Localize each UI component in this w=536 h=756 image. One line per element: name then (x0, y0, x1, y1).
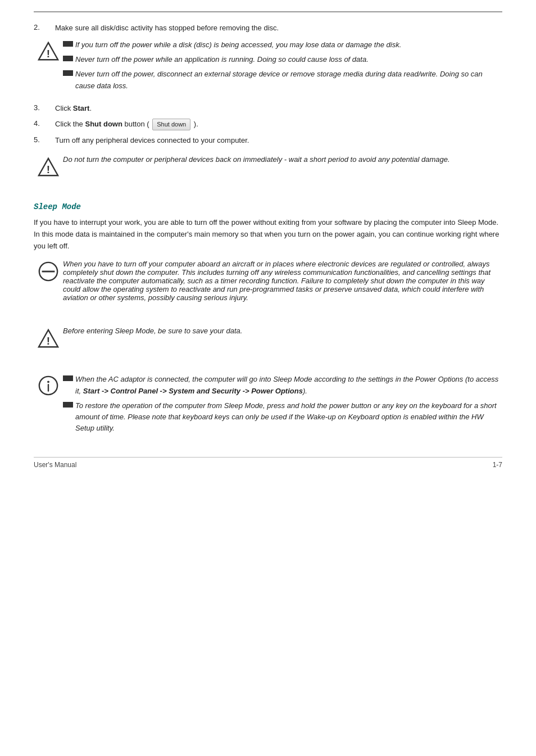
info-bullet-2: To restore the operation of the computer… (63, 400, 502, 434)
step-5-text: Turn off any peripheral devices connecte… (55, 135, 502, 146)
info-bullet-2-text: To restore the operation of the computer… (75, 400, 502, 434)
warning-callout-3: ! Before entering Sleep Mode, be sure to… (34, 327, 502, 349)
no-entry-text-container: When you have to turn off your computer … (63, 260, 502, 302)
shut-down-label: Shut down (85, 120, 122, 128)
sleep-mode-title: Sleep Mode (34, 202, 502, 211)
info-bullets-container: When the AC adaptor is connected, the co… (63, 374, 502, 437)
no-entry-icon-container (34, 260, 63, 282)
no-entry-icon (38, 261, 59, 282)
warning-icon-2: ! (34, 155, 63, 178)
step-4-text: Click the Shut down button ( Shut down )… (55, 119, 502, 130)
warning-callout-1: ! If you turn off the power while a disk… (34, 39, 502, 95)
warning-text-3-container: Before entering Sleep Mode, be sure to s… (63, 327, 502, 335)
divider-3 (34, 357, 502, 368)
numbered-list: 2. Make sure all disk/disc activity has … (34, 22, 502, 34)
page: 2. Make sure all disk/disc activity has … (0, 0, 536, 479)
top-border (34, 11, 502, 12)
warning-icon-3: ! (34, 327, 63, 349)
numbered-list-2: 3. Click Start. 4. Click the Shut down b… (34, 103, 502, 146)
divider-1 (34, 185, 502, 197)
step-4-number: 4. (34, 119, 55, 130)
footer: User's Manual 1-7 (34, 457, 502, 469)
info-bullet-1: When the AC adaptor is connected, the co… (63, 374, 502, 396)
step-2-number: 2. (34, 22, 55, 34)
warning-triangle-icon-3: ! (38, 328, 59, 349)
warning-bullet-1: If you turn off the power while a disk (… (63, 39, 502, 51)
power-options-path: Start -> Control Panel -> System and Sec… (83, 387, 303, 395)
footer-left: User's Manual (34, 461, 76, 469)
info-bullet-1-text: When the AC adaptor is connected, the co… (75, 374, 502, 396)
no-entry-callout: When you have to turn off your computer … (34, 260, 502, 302)
bullet-square-icon (63, 56, 73, 61)
svg-text:!: ! (47, 164, 50, 175)
info-icon-container (34, 374, 63, 396)
warning-text-2: Do not turn the computer or peripheral d… (63, 155, 450, 164)
sleep-mode-para: If you have to interrupt your work, you … (34, 217, 502, 252)
warning-callout-2: ! Do not turn the computer or peripheral… (34, 155, 502, 178)
warning-icon-1: ! (34, 39, 63, 62)
start-label: Start (73, 104, 90, 112)
step-5-number: 5. (34, 135, 55, 146)
step-3-text: Click Start. (55, 103, 502, 114)
step-2-text: Make sure all disk/disc activity has sto… (55, 22, 502, 34)
step-2: 2. Make sure all disk/disc activity has … (34, 22, 502, 34)
info-callout: When the AC adaptor is connected, the co… (34, 374, 502, 437)
warning-triangle-icon-2: ! (38, 156, 59, 178)
warning-text-3: Before entering Sleep Mode, be sure to s… (63, 327, 242, 335)
svg-text:!: ! (47, 48, 50, 60)
bullet-square-icon (63, 402, 73, 408)
warning-text-2-container: Do not turn the computer or peripheral d… (63, 155, 502, 164)
bullet-square-icon (63, 375, 73, 381)
footer-right: 1-7 (493, 461, 502, 469)
warning-triangle-icon: ! (38, 40, 59, 62)
bullet-square-icon (63, 70, 73, 76)
step-3: 3. Click Start. (34, 103, 502, 114)
bullet-square-icon (63, 41, 73, 47)
warning-bullet-3: Never turn off the power, disconnect an … (63, 69, 502, 91)
warning-bullet-2: Never turn off the power while an applic… (63, 54, 502, 65)
step-3-number: 3. (34, 103, 55, 114)
warning-bullet-list: If you turn off the power while a disk (… (63, 39, 502, 92)
svg-point-9 (47, 381, 49, 383)
step-4: 4. Click the Shut down button ( Shut dow… (34, 119, 502, 130)
svg-text:!: ! (47, 336, 50, 347)
step-5: 5. Turn off any peripheral devices conne… (34, 135, 502, 146)
info-bullet-list: When the AC adaptor is connected, the co… (63, 374, 502, 434)
info-circle-icon (38, 375, 59, 396)
no-entry-text: When you have to turn off your computer … (63, 260, 490, 302)
shut-down-button[interactable]: Shut down (152, 119, 190, 130)
warning-bullets-container: If you turn off the power while a disk (… (63, 39, 502, 95)
divider-2 (34, 310, 502, 321)
